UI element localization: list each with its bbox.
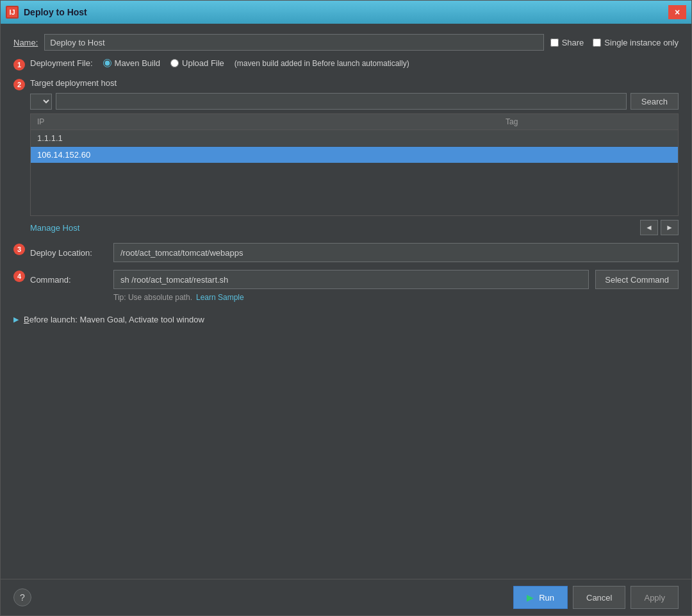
help-button[interactable]: ? bbox=[13, 588, 31, 606]
command-input[interactable] bbox=[113, 270, 589, 289]
run-icon: ▶ bbox=[527, 592, 534, 603]
tag-column-header: Tag bbox=[499, 114, 678, 130]
ip-column-header: IP bbox=[31, 114, 499, 130]
step2-content: Target deployment host Search IP Tag bbox=[30, 78, 679, 235]
share-label: Share bbox=[562, 38, 584, 47]
tag-cell bbox=[499, 130, 678, 147]
before-launch-rest: efore launch: Maven Goal, Activate tool … bbox=[29, 315, 204, 324]
cancel-button[interactable]: Cancel bbox=[573, 586, 625, 609]
dialog-content: Name: Share Single instance only 1 Deplo… bbox=[1, 24, 691, 579]
maven-build-radio-group: Maven Build bbox=[103, 58, 161, 68]
run-label: Run bbox=[539, 593, 554, 603]
command-label: Command: bbox=[30, 275, 107, 285]
single-instance-checkbox-group: Single instance only bbox=[593, 38, 679, 47]
window-title: Deploy to Host bbox=[24, 7, 87, 17]
step1-row: 1 Deployment File: Maven Build Upload Fi… bbox=[13, 58, 679, 71]
search-button[interactable]: Search bbox=[630, 93, 679, 110]
title-bar: IJ Deploy to Host × bbox=[1, 1, 691, 24]
run-button[interactable]: ▶ Run bbox=[513, 586, 568, 609]
single-instance-checkbox[interactable] bbox=[593, 38, 601, 47]
deployment-note: (maven build added in Before launch auto… bbox=[235, 59, 409, 68]
nav-next-button[interactable]: ► bbox=[661, 220, 679, 235]
step3-badge: 3 bbox=[13, 244, 25, 255]
step3-row: 3 Deploy Location: bbox=[13, 243, 679, 262]
deploy-location-row: Deploy Location: bbox=[30, 243, 679, 262]
target-host-title: Target deployment host bbox=[30, 78, 679, 88]
step1-badge: 1 bbox=[13, 59, 25, 71]
tip-text: Tip: Use absolute path. bbox=[113, 293, 192, 302]
nav-buttons: ◄ ► bbox=[640, 220, 679, 235]
name-row: Name: Share Single instance only bbox=[13, 34, 679, 51]
action-buttons: ▶ Run Cancel Apply bbox=[513, 586, 679, 609]
table-row[interactable]: 106.14.152.60 bbox=[31, 147, 678, 163]
before-launch-underline-char: B bbox=[24, 315, 29, 324]
tip-row: Tip: Use absolute path. Learn Sample bbox=[30, 293, 679, 302]
before-launch-row: ▶ Before launch: Maven Goal, Activate to… bbox=[13, 315, 679, 324]
step2-row: 2 Target deployment host Search IP bbox=[13, 78, 679, 235]
table-row[interactable]: 1.1.1.1 bbox=[31, 130, 678, 147]
ip-cell: 106.14.152.60 bbox=[31, 147, 499, 163]
maven-build-radio[interactable] bbox=[103, 59, 111, 67]
close-button[interactable]: × bbox=[668, 5, 686, 19]
learn-sample-link[interactable]: Learn Sample bbox=[196, 293, 244, 302]
app-icon: IJ bbox=[6, 6, 19, 19]
step4-row: 4 Command: Select Command Tip: Use absol… bbox=[13, 270, 679, 302]
name-options: Share Single instance only bbox=[550, 38, 679, 47]
command-row: Command: Select Command bbox=[30, 270, 679, 289]
before-launch-text: Before launch: Maven Goal, Activate tool… bbox=[24, 315, 204, 324]
maven-build-label: Maven Build bbox=[115, 58, 161, 68]
manage-row: Manage Host ◄ ► bbox=[30, 220, 679, 235]
bottom-bar: ? ▶ Run Cancel Apply bbox=[1, 579, 691, 615]
share-checkbox-group: Share bbox=[550, 38, 584, 47]
manage-host-link[interactable]: Manage Host bbox=[30, 223, 79, 233]
name-input[interactable] bbox=[44, 34, 543, 51]
deploy-location-label: Deploy Location: bbox=[30, 248, 107, 258]
upload-file-radio-group: Upload File bbox=[170, 58, 224, 68]
upload-file-radio[interactable] bbox=[170, 59, 179, 67]
nav-prev-button[interactable]: ◄ bbox=[640, 220, 658, 235]
deployment-file-row: Deployment File: Maven Build Upload File… bbox=[30, 58, 679, 68]
share-checkbox[interactable] bbox=[550, 38, 559, 47]
deploy-location-input[interactable] bbox=[113, 243, 679, 262]
host-table: IP Tag 1.1.1.1106.14.152.60 bbox=[31, 114, 678, 163]
host-table-container: IP Tag 1.1.1.1106.14.152.60 bbox=[30, 113, 679, 216]
step4-badge: 4 bbox=[13, 271, 25, 282]
step3-content: Deploy Location: bbox=[30, 243, 679, 262]
ip-cell: 1.1.1.1 bbox=[31, 130, 499, 147]
single-instance-label: Single instance only bbox=[604, 38, 679, 47]
filter-select[interactable] bbox=[31, 94, 51, 109]
step1-content: Deployment File: Maven Build Upload File… bbox=[30, 58, 679, 68]
title-bar-left: IJ Deploy to Host bbox=[6, 6, 87, 19]
step4-content: Command: Select Command Tip: Use absolut… bbox=[30, 270, 679, 302]
tag-cell bbox=[499, 147, 678, 163]
table-header-row: IP Tag bbox=[31, 114, 678, 130]
apply-button[interactable]: Apply bbox=[630, 586, 679, 609]
step2-badge: 2 bbox=[13, 79, 25, 90]
deployment-file-label: Deployment File: bbox=[30, 58, 93, 68]
select-command-button[interactable]: Select Command bbox=[595, 270, 679, 289]
name-label: Name: bbox=[13, 38, 38, 47]
deploy-to-host-window: IJ Deploy to Host × Name: Share Single i… bbox=[0, 0, 692, 616]
filter-select-container bbox=[30, 94, 52, 110]
expand-icon[interactable]: ▶ bbox=[13, 315, 19, 324]
upload-file-label: Upload File bbox=[182, 58, 224, 68]
filter-input[interactable] bbox=[56, 93, 627, 110]
filter-row: Search bbox=[30, 93, 679, 110]
